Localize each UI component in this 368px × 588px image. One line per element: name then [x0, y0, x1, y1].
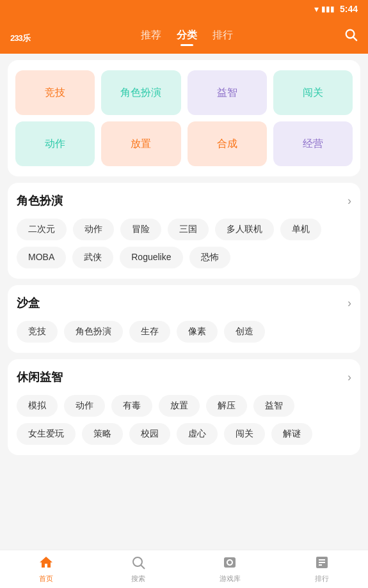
category-grid: 竞技 角色扮演 益智 闯关 动作 放置 合成 经营 — [15, 70, 353, 166]
tag-sanguo[interactable]: 三国 — [168, 219, 209, 240]
svg-point-2 — [133, 557, 142, 566]
tag-toxic[interactable]: 有毒 — [111, 395, 152, 417]
category-grid-section: 竞技 角色扮演 益智 闯关 动作 放置 合成 经营 — [8, 60, 360, 176]
tag-puzzle2[interactable]: 益智 — [253, 395, 294, 417]
library-icon — [222, 555, 237, 573]
wifi-icon: ▾ — [314, 4, 319, 14]
nav-home[interactable]: 首页 — [0, 555, 92, 584]
status-icons: ▾ ▮▮▮ — [314, 4, 335, 14]
search-nav-icon — [131, 555, 146, 573]
tag-singleplayer[interactable]: 单机 — [280, 219, 321, 240]
tab-recommend[interactable]: 推荐 — [141, 29, 161, 43]
sandbox-section-arrow[interactable]: › — [348, 297, 351, 310]
tag-create[interactable]: 创造 — [224, 321, 265, 343]
status-bar: ▾ ▮▮▮ 5:44 — [0, 0, 368, 18]
tab-category[interactable]: 分类 — [177, 29, 197, 43]
tag-pixel[interactable]: 像素 — [177, 321, 218, 343]
content-area: 竞技 角色扮演 益智 闯关 动作 放置 合成 经营 — [0, 60, 368, 506]
rpg-section-header: 角色扮演 › — [17, 193, 351, 208]
status-time: 5:44 — [340, 4, 358, 14]
tag-pass[interactable]: 闯关 — [224, 423, 265, 445]
tag-survival[interactable]: 生存 — [129, 321, 170, 343]
category-adventure[interactable]: 闯关 — [273, 70, 353, 115]
tag-action2[interactable]: 动作 — [64, 395, 105, 417]
tag-campus[interactable]: 校园 — [129, 423, 170, 445]
tag-idle2[interactable]: 放置 — [159, 395, 200, 417]
category-action[interactable]: 动作 — [15, 121, 95, 166]
tag-mystery[interactable]: 解谜 — [271, 423, 312, 445]
nav-search-label: 搜索 — [131, 574, 145, 584]
tag-rpg[interactable]: 角色扮演 — [64, 321, 123, 343]
category-merge[interactable]: 合成 — [188, 121, 267, 166]
tag-esports[interactable]: 竞技 — [17, 321, 58, 343]
nav-library-label: 游戏库 — [220, 574, 241, 584]
app-logo: 233乐 — [10, 27, 30, 45]
nav-ranking[interactable]: 排行 — [276, 555, 368, 584]
svg-line-3 — [141, 566, 145, 569]
category-management[interactable]: 经营 — [273, 121, 353, 166]
app-header: 233乐 推荐 分类 排行 — [0, 18, 368, 54]
casual-section-title: 休闲益智 — [17, 369, 63, 385]
sandbox-section-header: 沙盒 › — [17, 295, 351, 311]
category-puzzle[interactable]: 益智 — [188, 70, 267, 115]
tag-girls[interactable]: 女生爱玩 — [17, 423, 76, 445]
tag-multiplayer[interactable]: 多人联机 — [215, 219, 274, 240]
search-button[interactable] — [344, 27, 358, 45]
rpg-section: 角色扮演 › 二次元 动作 冒险 三国 多人联机 单机 MOBA 武侠 Rogu… — [8, 183, 360, 279]
tag-moba[interactable]: MOBA — [17, 247, 66, 268]
category-idle[interactable]: 放置 — [101, 121, 180, 166]
sandbox-tags: 竞技 角色扮演 生存 像素 创造 — [17, 321, 351, 343]
bottom-nav: 首页 搜索 游戏库 排行 — [0, 550, 368, 588]
rpg-section-title: 角色扮演 — [17, 193, 63, 208]
tag-simulate[interactable]: 模拟 — [17, 395, 58, 417]
tag-erciyuan[interactable]: 二次元 — [17, 219, 67, 240]
svg-line-1 — [353, 37, 356, 40]
tag-roguelike[interactable]: Roguelike — [120, 247, 182, 268]
category-esports[interactable]: 竞技 — [15, 70, 95, 115]
casual-section-header: 休闲益智 › — [17, 369, 351, 385]
tag-horror[interactable]: 恐怖 — [189, 247, 230, 268]
rpg-section-arrow[interactable]: › — [348, 194, 351, 208]
rpg-tags: 二次元 动作 冒险 三国 多人联机 单机 MOBA 武侠 Roguelike 恐… — [17, 219, 351, 268]
tag-wuxia[interactable]: 武侠 — [72, 247, 113, 268]
ranking-icon — [314, 555, 330, 573]
tab-ranking[interactable]: 排行 — [212, 29, 233, 43]
tag-strategy[interactable]: 策略 — [82, 423, 123, 445]
nav-tabs: 推荐 分类 排行 — [141, 29, 233, 43]
home-icon — [38, 555, 54, 573]
casual-section: 休闲益智 › 模拟 动作 有毒 放置 解压 益智 女生爱玩 策略 校园 虚心 闯… — [8, 359, 360, 455]
category-rpg[interactable]: 角色扮演 — [101, 70, 180, 115]
sandbox-section: 沙盒 › 竞技 角色扮演 生存 像素 创造 — [8, 285, 360, 353]
tag-action[interactable]: 动作 — [73, 219, 114, 240]
nav-search[interactable]: 搜索 — [92, 555, 184, 584]
nav-ranking-label: 排行 — [315, 574, 329, 584]
sandbox-section-title: 沙盒 — [17, 295, 40, 311]
tag-adventure[interactable]: 冒险 — [120, 219, 161, 240]
tag-relax[interactable]: 解压 — [206, 395, 247, 417]
casual-section-arrow[interactable]: › — [348, 371, 351, 384]
tag-humble[interactable]: 虚心 — [177, 423, 218, 445]
nav-library[interactable]: 游戏库 — [184, 555, 276, 584]
nav-home-label: 首页 — [39, 574, 53, 584]
logo-suffix: 乐 — [22, 33, 30, 43]
battery-icon: ▮▮▮ — [321, 4, 335, 13]
casual-tags: 模拟 动作 有毒 放置 解压 益智 女生爱玩 策略 校园 虚心 闯关 解谜 — [17, 395, 351, 445]
